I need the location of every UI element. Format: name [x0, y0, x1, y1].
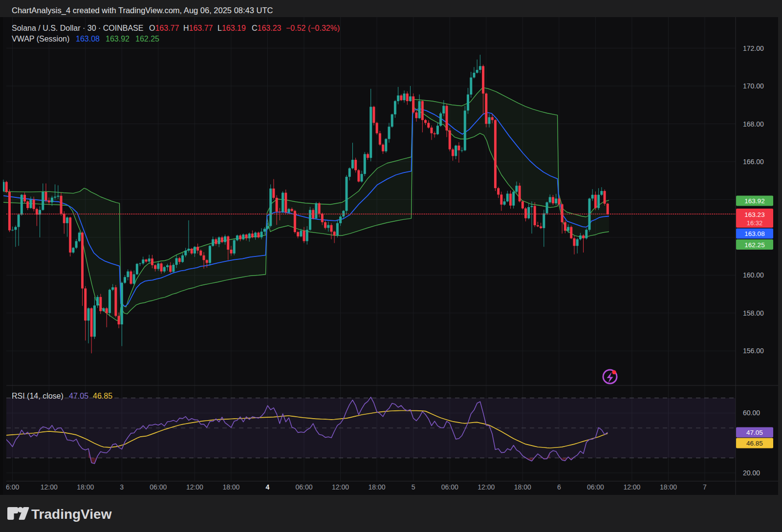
svg-text:RSI (14, close): RSI (14, close): [12, 392, 64, 400]
svg-text:TradingView: TradingView: [31, 507, 112, 522]
svg-text:170.00: 170.00: [743, 82, 764, 90]
svg-text:168.00: 168.00: [743, 120, 764, 128]
svg-text:163.08: 163.08: [76, 35, 100, 43]
svg-text:172.00: 172.00: [743, 44, 764, 52]
svg-text:12:00: 12:00: [41, 483, 58, 491]
svg-text:−0.52 (−0.32%): −0.52 (−0.32%): [286, 24, 340, 32]
svg-text:20.00: 20.00: [743, 469, 760, 477]
svg-text:12:00: 12:00: [478, 483, 495, 491]
svg-text:12:00: 12:00: [623, 483, 640, 491]
svg-text:46.85: 46.85: [746, 440, 763, 447]
svg-text:18:00: 18:00: [369, 483, 386, 491]
svg-text:160.00: 160.00: [743, 271, 764, 279]
svg-text:60.00: 60.00: [743, 409, 760, 417]
svg-text:5: 5: [412, 483, 415, 491]
svg-text:Solana / U.S. Dollar · 30 · CO: Solana / U.S. Dollar · 30 · COINBASE: [12, 24, 143, 32]
svg-text:L163.19: L163.19: [217, 24, 246, 32]
svg-text:06:00: 06:00: [150, 483, 167, 491]
svg-text:156.00: 156.00: [743, 347, 764, 355]
svg-text:158.00: 158.00: [743, 309, 764, 317]
svg-text:6: 6: [557, 483, 561, 491]
svg-text:H163.77: H163.77: [183, 24, 213, 32]
svg-text:06:00: 06:00: [587, 483, 604, 491]
svg-text:18:00: 18:00: [222, 483, 239, 491]
svg-text:47.05: 47.05: [69, 392, 88, 400]
svg-text:18:00: 18:00: [77, 483, 94, 491]
svg-text:18:00: 18:00: [660, 483, 677, 491]
svg-text:12:00: 12:00: [332, 483, 349, 491]
svg-text:163.92: 163.92: [744, 197, 764, 205]
svg-text:6:00: 6:00: [6, 483, 19, 491]
svg-text:3: 3: [120, 483, 124, 491]
svg-text:46.85: 46.85: [93, 392, 112, 400]
svg-text:C163.23: C163.23: [252, 24, 282, 32]
svg-text:06:00: 06:00: [441, 483, 458, 491]
svg-text:ChartAnalysis_4 created with T: ChartAnalysis_4 created with TradingView…: [12, 6, 273, 15]
svg-text:12:00: 12:00: [186, 483, 203, 491]
svg-text:16:32: 16:32: [747, 219, 763, 227]
svg-text:7: 7: [703, 483, 707, 491]
svg-text:VWAP (Session): VWAP (Session): [12, 35, 69, 43]
svg-text:47.05: 47.05: [746, 429, 763, 436]
svg-text:4: 4: [266, 483, 270, 491]
svg-text:O163.77: O163.77: [149, 24, 179, 32]
svg-text:163.08: 163.08: [744, 230, 764, 237]
svg-text:18:00: 18:00: [514, 483, 531, 491]
svg-text:163.23: 163.23: [744, 211, 764, 218]
svg-text:162.25: 162.25: [744, 241, 764, 249]
svg-text:163.92: 163.92: [106, 35, 130, 43]
svg-text:06:00: 06:00: [295, 483, 312, 491]
svg-text:162.25: 162.25: [135, 35, 159, 43]
svg-text:166.00: 166.00: [743, 158, 764, 166]
